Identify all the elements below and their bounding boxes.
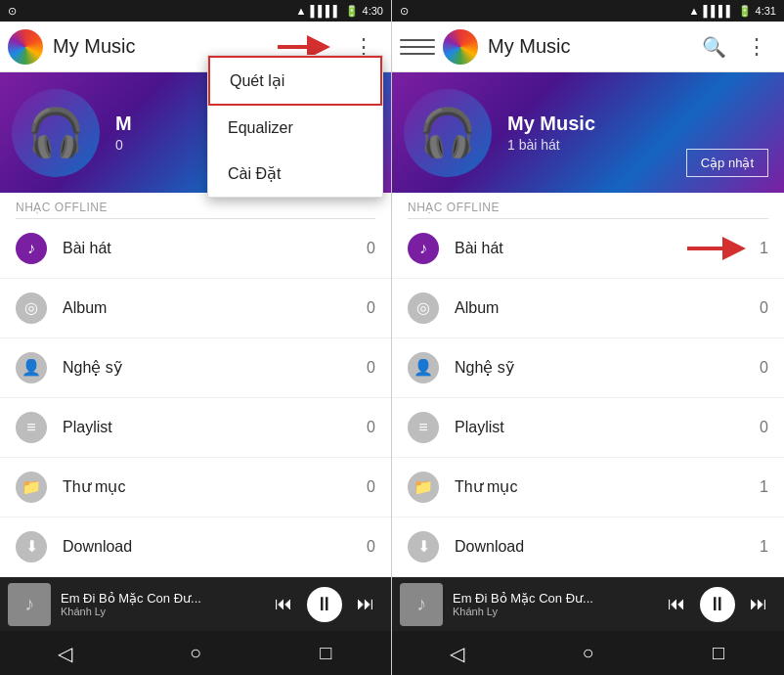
right-album-count: 0 xyxy=(760,299,768,317)
right-signal-icon: ▌▌▌▌ xyxy=(703,5,733,17)
right-playlist-icon: ≡ xyxy=(408,412,439,443)
right-nav-back[interactable]: ◁ xyxy=(438,634,477,673)
left-banner-info: M 0 xyxy=(115,112,132,153)
right-folder-count: 1 xyxy=(760,478,768,496)
left-item-album[interactable]: ◎ Album 0 xyxy=(0,279,391,338)
left-artist-icon: 👤 xyxy=(16,352,47,383)
right-download-count: 1 xyxy=(760,538,768,556)
left-np-controls: ⏮ ⏸ ⏭ xyxy=(266,587,383,622)
right-artist-label: Nghệ sỹ xyxy=(455,358,760,377)
right-thumb: ♪ xyxy=(400,583,443,626)
dropdown-item-settings[interactable]: Cài Đặt xyxy=(208,151,382,197)
right-banner-title: My Music xyxy=(507,112,595,135)
right-status-bar: ⊙ ▲ ▌▌▌▌ 🔋 4:31 xyxy=(392,0,784,22)
left-artist-label: Nghệ sỹ xyxy=(63,358,367,377)
left-item-baihat[interactable]: ♪ Bài hát 0 xyxy=(0,219,391,279)
left-download-icon: ⬇ xyxy=(16,531,47,562)
hamburger-line-1 xyxy=(400,39,435,41)
right-item-baihat[interactable]: ♪ Bài hát 1 xyxy=(392,219,784,279)
dropdown-item-equalizer[interactable]: Equalizer xyxy=(208,106,382,151)
right-status-right: ▲ ▌▌▌▌ 🔋 4:31 xyxy=(689,5,777,18)
right-prev-btn[interactable]: ⏮ xyxy=(659,587,694,622)
left-playlist-count: 0 xyxy=(367,419,375,436)
left-avatar: 🎧 xyxy=(12,89,100,177)
right-folder-label: Thư mục xyxy=(455,477,760,496)
left-np-info: Em Đi Bỏ Mặc Con Đư... Khánh Ly xyxy=(61,591,266,617)
right-more-btn[interactable]: ⋮ xyxy=(737,27,776,67)
right-next-btn[interactable]: ⏭ xyxy=(741,587,776,622)
right-panel: ⊙ ▲ ▌▌▌▌ 🔋 4:31 My Music 🔍 ⋮ 🎧 My Music … xyxy=(392,0,784,675)
right-app-bar: My Music 🔍 ⋮ xyxy=(392,22,784,72)
right-arrow-indicator xyxy=(683,237,752,260)
left-baihat-count: 0 xyxy=(367,240,375,257)
right-download-icon: ⬇ xyxy=(408,531,439,562)
left-baihat-label: Bài hát xyxy=(63,240,367,257)
right-nav-recent[interactable]: □ xyxy=(699,634,738,673)
right-time: 4:31 xyxy=(756,5,776,17)
left-banner-subtitle: 0 xyxy=(115,137,132,153)
left-album-label: Album xyxy=(63,299,367,317)
left-folder-label: Thư mục xyxy=(63,477,367,496)
left-nav-back[interactable]: ◁ xyxy=(46,634,85,673)
right-item-artist[interactable]: 👤 Nghệ sỹ 0 xyxy=(392,338,784,398)
right-app-title: My Music xyxy=(488,35,694,58)
right-battery-icon: 🔋 xyxy=(738,5,752,18)
right-item-download[interactable]: ⬇ Download 1 xyxy=(392,518,784,577)
right-item-playlist[interactable]: ≡ Playlist 0 xyxy=(392,398,784,458)
left-play-btn[interactable]: ⏸ xyxy=(307,587,342,622)
right-banner-subtitle: 1 bài hát xyxy=(507,137,595,153)
left-artist-count: 0 xyxy=(367,359,375,377)
left-thumb: ♪ xyxy=(8,583,51,626)
left-music-icon: ♪ xyxy=(16,233,47,264)
left-now-playing: ♪ Em Đi Bỏ Mặc Con Đư... Khánh Ly ⏮ ⏸ ⏭ xyxy=(0,577,391,632)
right-now-playing: ♪ Em Đi Bỏ Mặc Con Đư... Khánh Ly ⏮ ⏸ ⏭ xyxy=(392,577,784,632)
right-nav-bar: ◁ ○ □ xyxy=(392,631,784,675)
left-status-left: ⊙ xyxy=(8,5,17,18)
right-album-icon: ◎ xyxy=(408,292,439,324)
left-item-download[interactable]: ⬇ Download 0 xyxy=(0,518,391,577)
right-np-title: Em Đi Bỏ Mặc Con Đư... xyxy=(453,591,659,606)
left-np-artist: Khánh Ly xyxy=(61,606,266,617)
right-album-label: Album xyxy=(455,299,760,317)
left-time: 4:30 xyxy=(363,5,383,17)
left-status-right: ▲ ▌▌▌▌ 🔋 4:30 xyxy=(296,5,384,18)
wifi-icon: ▲ xyxy=(296,5,307,17)
right-banner: 🎧 My Music 1 bài hát Cập nhật xyxy=(392,72,784,192)
right-avatar: 🎧 xyxy=(404,89,492,177)
right-app-logo xyxy=(443,29,478,65)
right-hamburger-btn[interactable] xyxy=(400,29,435,65)
left-panel: ⊙ ▲ ▌▌▌▌ 🔋 4:30 My Music ⋮ xyxy=(0,0,392,675)
left-prev-btn[interactable]: ⏮ xyxy=(266,587,301,622)
right-np-controls: ⏮ ⏸ ⏭ xyxy=(659,587,776,622)
right-item-folder[interactable]: 📁 Thư mục 1 xyxy=(392,458,784,518)
signal-icon: ▌▌▌▌ xyxy=(310,5,340,17)
left-item-playlist[interactable]: ≡ Playlist 0 xyxy=(0,398,391,458)
dropdown-item-scan[interactable]: Quét lại xyxy=(208,56,382,106)
left-status-bar: ⊙ ▲ ▌▌▌▌ 🔋 4:30 xyxy=(0,0,391,22)
left-item-folder[interactable]: 📁 Thư mục 0 xyxy=(0,458,391,518)
right-update-btn[interactable]: Cập nhật xyxy=(686,149,768,177)
right-artist-count: 0 xyxy=(760,359,768,377)
right-nav-home[interactable]: ○ xyxy=(568,634,607,673)
left-download-count: 0 xyxy=(367,538,375,556)
right-play-btn[interactable]: ⏸ xyxy=(700,587,735,622)
left-app-logo xyxy=(8,29,43,65)
right-item-album[interactable]: ◎ Album 0 xyxy=(392,279,784,338)
right-wifi-icon: ▲ xyxy=(689,5,700,17)
left-item-artist[interactable]: 👤 Nghệ sỹ 0 xyxy=(0,338,391,398)
right-folder-icon: 📁 xyxy=(408,472,439,503)
right-banner-info: My Music 1 bài hát xyxy=(507,112,595,153)
hamburger-line-2 xyxy=(400,46,435,48)
right-baihat-count: 1 xyxy=(760,240,768,257)
right-music-icon: ♪ xyxy=(408,233,439,264)
left-next-btn[interactable]: ⏭ xyxy=(348,587,383,622)
right-search-btn[interactable]: 🔍 xyxy=(694,27,733,67)
right-baihat-label: Bài hát xyxy=(455,240,683,257)
left-nav-home[interactable]: ○ xyxy=(176,634,215,673)
left-nav-recent[interactable]: □ xyxy=(306,634,345,673)
right-np-artist: Khánh Ly xyxy=(453,606,659,617)
right-np-info: Em Đi Bỏ Mặc Con Đư... Khánh Ly xyxy=(453,591,659,617)
left-album-icon: ◎ xyxy=(16,292,47,324)
right-android-icon: ⊙ xyxy=(400,5,409,18)
android-icon: ⊙ xyxy=(8,5,17,18)
